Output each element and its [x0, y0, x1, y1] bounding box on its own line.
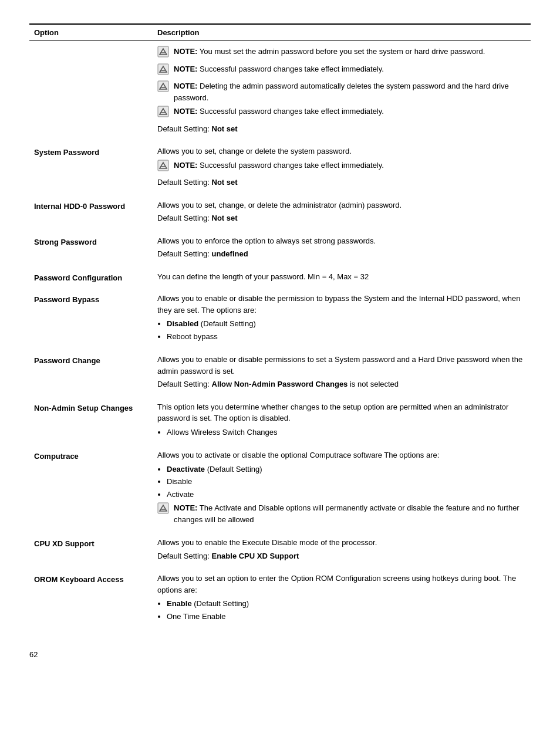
option-cell: Non-Admin Setup Changes — [29, 399, 153, 443]
note-text: NOTE: Successful password changes take e… — [174, 160, 384, 171]
note-text: NOTE: Successful password changes take e… — [174, 106, 384, 117]
option-cell: CPU XD Support — [29, 535, 153, 566]
row-spacer — [29, 138, 531, 143]
desc-text: Allows you to enable the Execute Disable… — [157, 537, 526, 549]
row-spacer — [29, 264, 531, 269]
desc-cell: Allows you to set, change or delete the … — [153, 143, 531, 192]
table-row: NOTE: You must set the admin password be… — [29, 41, 531, 139]
bullet-list: Deactivate (Default Setting)DisableActiv… — [167, 464, 526, 500]
note-icon — [157, 46, 169, 61]
default-setting: Default Setting: undefined — [157, 248, 526, 260]
option-cell: Strong Password — [29, 233, 153, 264]
note-icon — [157, 502, 169, 518]
default-setting: Default Setting: Enable CPU XD Support — [157, 550, 526, 562]
list-item: Deactivate (Default Setting) — [167, 464, 526, 475]
desc-text: Allows you to enable or disable permissi… — [157, 354, 526, 377]
default-setting: Default Setting: Not set — [157, 177, 526, 188]
table-row: Internal HDD-0 PasswordAllows you to set… — [29, 197, 531, 228]
table-row: Password ChangeAllows you to enable or d… — [29, 351, 531, 394]
col-option-header: Option — [29, 24, 153, 41]
note-block: NOTE: Successful password changes take e… — [157, 63, 526, 79]
bullet-list: Allows Wireless Switch Changes — [167, 427, 526, 438]
row-spacer — [29, 442, 531, 447]
desc-text: Allows you to set, change or delete the … — [157, 146, 526, 157]
table-row: Non-Admin Setup ChangesThis option lets … — [29, 399, 531, 443]
list-item: Activate — [167, 489, 526, 500]
desc-text: Allows you to set, change, or delete the… — [157, 199, 526, 211]
desc-cell: Allows you to set an option to enter the… — [153, 570, 531, 627]
option-cell: OROM Keyboard Access — [29, 570, 153, 627]
list-item: Reboot bypass — [167, 331, 526, 343]
note-icon — [157, 80, 169, 96]
desc-text: You can define the length of your passwo… — [157, 271, 526, 283]
list-item: Enable (Default Setting) — [167, 598, 526, 610]
desc-cell: Allows you to set, change, or delete the… — [153, 197, 531, 228]
desc-cell: Allows you to enable the Execute Disable… — [153, 535, 531, 566]
main-table: Option Description NOTE: You must set th… — [29, 23, 531, 627]
note-block: NOTE: Deleting the admin password automa… — [157, 80, 526, 103]
note-icon — [157, 160, 169, 175]
desc-cell: This option lets you determine whether c… — [153, 399, 531, 443]
note-text: NOTE: The Activate and Disable options w… — [174, 502, 526, 525]
note-block: NOTE: You must set the admin password be… — [157, 46, 526, 61]
row-spacer — [29, 566, 531, 570]
desc-text: Allows you to enable or disable the perm… — [157, 293, 526, 316]
note-text: NOTE: You must set the admin password be… — [174, 46, 485, 58]
option-cell: Internal HDD-0 Password — [29, 197, 153, 228]
row-spacer — [29, 228, 531, 233]
note-icon — [157, 106, 169, 121]
default-setting: Default Setting: Not set — [157, 212, 526, 224]
desc-text: This option lets you determine whether c… — [157, 401, 526, 424]
desc-cell: You can define the length of your passwo… — [153, 269, 531, 286]
desc-cell: Allows you to activate or disable the op… — [153, 447, 531, 530]
table-row: CPU XD SupportAllows you to enable the E… — [29, 535, 531, 566]
desc-text: Allows you to set an option to enter the… — [157, 573, 526, 596]
col-desc-header: Description — [153, 24, 531, 41]
note-block: NOTE: Successful password changes take e… — [157, 160, 526, 175]
list-item: Disabled (Default Setting) — [167, 318, 526, 330]
desc-text: Allows you to enforce the option to alwa… — [157, 235, 526, 247]
note-block: NOTE: Successful password changes take e… — [157, 106, 526, 121]
row-spacer — [29, 530, 531, 535]
desc-cell: Allows you to enforce the option to alwa… — [153, 233, 531, 264]
row-spacer — [29, 347, 531, 351]
option-cell: System Password — [29, 143, 153, 192]
table-row: ComputraceAllows you to activate or disa… — [29, 447, 531, 530]
bullet-list: Disabled (Default Setting)Reboot bypass — [167, 318, 526, 342]
option-cell — [29, 41, 153, 139]
note-icon — [157, 63, 169, 79]
list-item: One Time Enable — [167, 611, 526, 623]
note-block: NOTE: The Activate and Disable options w… — [157, 502, 526, 525]
table-row: Password ConfigurationYou can define the… — [29, 269, 531, 286]
list-item: Allows Wireless Switch Changes — [167, 427, 526, 438]
option-cell: Password Change — [29, 351, 153, 394]
row-spacer — [29, 192, 531, 197]
option-cell: Computrace — [29, 447, 153, 530]
list-item: Disable — [167, 476, 526, 488]
page-number: 62 — [29, 650, 531, 659]
table-row: Strong PasswordAllows you to enforce the… — [29, 233, 531, 264]
table-row: OROM Keyboard AccessAllows you to set an… — [29, 570, 531, 627]
table-row: System PasswordAllows you to set, change… — [29, 143, 531, 192]
option-cell: Password Configuration — [29, 269, 153, 286]
row-spacer — [29, 286, 531, 290]
bullet-list: Enable (Default Setting)One Time Enable — [167, 598, 526, 622]
option-cell: Password Bypass — [29, 290, 153, 347]
note-text: NOTE: Deleting the admin password automa… — [174, 80, 526, 103]
table-row: Password BypassAllows you to enable or d… — [29, 290, 531, 347]
row-spacer — [29, 394, 531, 399]
desc-cell: Allows you to enable or disable permissi… — [153, 351, 531, 394]
desc-cell: Allows you to enable or disable the perm… — [153, 290, 531, 347]
default-setting: Default Setting: Not set — [157, 123, 526, 135]
default-setting: Default Setting: Allow Non-Admin Passwor… — [157, 378, 526, 390]
desc-text: Allows you to activate or disable the op… — [157, 449, 526, 461]
note-text: NOTE: Successful password changes take e… — [174, 63, 384, 75]
desc-cell: NOTE: You must set the admin password be… — [153, 41, 531, 139]
